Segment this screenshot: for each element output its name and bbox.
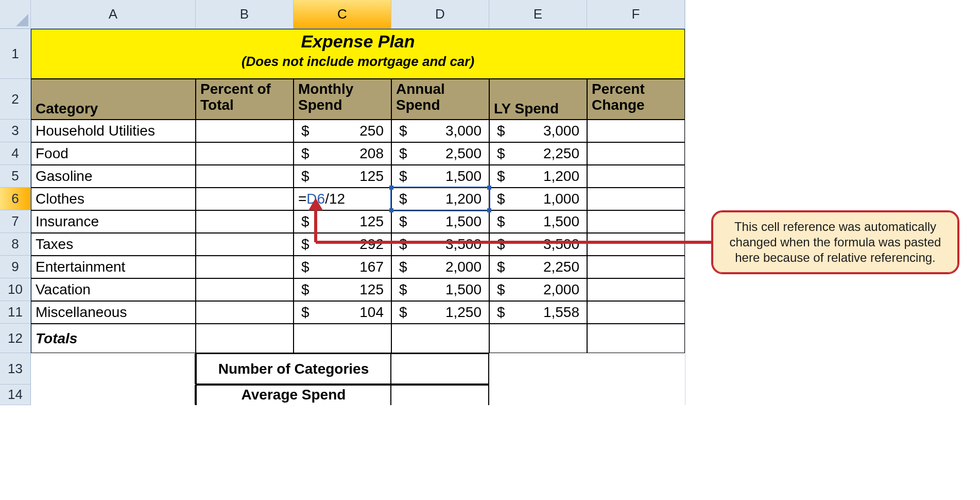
category-cell[interactable]: Taxes [31,233,196,256]
percent-total-cell[interactable] [196,278,294,301]
header-annual[interactable]: Annual Spend [391,79,489,120]
data-cell[interactable]: $1,500 [391,210,489,233]
title-cell[interactable]: Expense Plan (Does not include mortgage … [31,29,685,79]
data-cell[interactable]: $2,000 [391,256,489,278]
category-cell[interactable]: Insurance [31,210,196,233]
data-cell[interactable]: $1,200 [391,188,489,210]
data-cell[interactable]: $3,500 [391,233,489,256]
percent-total-cell[interactable] [196,301,294,324]
percent-change-cell[interactable] [587,165,685,188]
totals-cell[interactable] [489,324,587,353]
data-cell[interactable]: $3,000 [391,120,489,142]
col-header-E[interactable]: E [489,0,587,29]
row-header-10[interactable]: 10 [0,278,31,301]
data-cell[interactable]: $167 [294,256,391,278]
blank-cell[interactable] [31,353,196,385]
percent-total-cell[interactable] [196,256,294,278]
percent-change-cell[interactable] [587,278,685,301]
row-header-14[interactable]: 14 [0,385,31,405]
category-cell[interactable]: Food [31,142,196,165]
data-cell[interactable]: $1,250 [391,301,489,324]
data-cell[interactable]: $2,500 [391,142,489,165]
percent-total-cell[interactable] [196,233,294,256]
avg-spend-label[interactable]: Average Spend [196,385,391,405]
col-header-C[interactable]: C [294,0,391,29]
blank-cell[interactable] [489,385,587,405]
percent-change-cell[interactable] [587,142,685,165]
row-header-1[interactable]: 1 [0,29,31,79]
row-header-11[interactable]: 11 [0,301,31,324]
percent-total-cell[interactable] [196,188,294,210]
header-category[interactable]: Category [31,79,196,120]
percent-change-cell[interactable] [587,210,685,233]
header-percent-total[interactable]: Percent of Total [196,79,294,120]
num-categories-label[interactable]: Number of Categories [196,353,391,385]
blank-cell[interactable] [391,353,489,385]
data-cell[interactable]: $3,500 [489,233,587,256]
blank-cell[interactable] [31,385,196,405]
percent-total-cell[interactable] [196,165,294,188]
totals-cell[interactable] [587,324,685,353]
data-cell[interactable]: $3,000 [489,120,587,142]
percent-change-cell[interactable] [587,233,685,256]
data-cell[interactable]: $1,200 [489,165,587,188]
data-cell[interactable]: $125 [294,165,391,188]
data-cell[interactable]: $1,000 [489,188,587,210]
percent-total-cell[interactable] [196,210,294,233]
row-header-7[interactable]: 7 [0,210,31,233]
data-cell[interactable]: $208 [294,142,391,165]
percent-change-cell[interactable] [587,120,685,142]
data-cell[interactable]: $1,500 [391,278,489,301]
blank-cell[interactable] [587,385,685,405]
col-header-B[interactable]: B [196,0,294,29]
selection-handle[interactable] [487,208,491,212]
category-cell[interactable]: Miscellaneous [31,301,196,324]
select-all-corner[interactable] [0,0,31,29]
totals-cell[interactable] [196,324,294,353]
row-header-4[interactable]: 4 [0,142,31,165]
data-cell[interactable]: $2,250 [489,256,587,278]
row-header-2[interactable]: 2 [0,79,31,120]
col-header-D[interactable]: D [391,0,489,29]
row-header-9[interactable]: 9 [0,256,31,278]
percent-change-cell[interactable] [587,256,685,278]
row-header-6[interactable]: 6 [0,188,31,210]
percent-change-cell[interactable] [587,301,685,324]
data-cell[interactable]: $2,250 [489,142,587,165]
category-cell[interactable]: Vacation [31,278,196,301]
data-cell[interactable]: $1,500 [489,210,587,233]
data-cell[interactable]: $125 [294,210,391,233]
header-percent-change[interactable]: Percent Change [587,79,685,120]
header-monthly[interactable]: Monthly Spend [294,79,391,120]
blank-cell[interactable] [587,353,685,385]
percent-total-cell[interactable] [196,142,294,165]
category-cell[interactable]: Clothes [31,188,196,210]
data-cell[interactable]: $292 [294,233,391,256]
data-cell[interactable]: $1,558 [489,301,587,324]
data-cell[interactable]: $1,500 [391,165,489,188]
row-header-8[interactable]: 8 [0,233,31,256]
category-cell[interactable]: Household Utilities [31,120,196,142]
totals-cell[interactable] [391,324,489,353]
blank-cell[interactable] [391,385,489,405]
selection-handle[interactable] [389,186,393,190]
data-cell[interactable]: $2,000 [489,278,587,301]
blank-cell[interactable] [489,353,587,385]
row-header-12[interactable]: 12 [0,324,31,353]
row-header-13[interactable]: 13 [0,353,31,385]
data-cell[interactable]: $104 [294,301,391,324]
totals-label-cell[interactable]: Totals [31,324,196,353]
header-ly[interactable]: LY Spend [489,79,587,120]
category-cell[interactable]: Gasoline [31,165,196,188]
totals-cell[interactable] [294,324,391,353]
percent-total-cell[interactable] [196,120,294,142]
category-cell[interactable]: Entertainment [31,256,196,278]
data-cell[interactable]: $250 [294,120,391,142]
selection-handle[interactable] [487,186,491,190]
percent-change-cell[interactable] [587,188,685,210]
row-header-5[interactable]: 5 [0,165,31,188]
data-cell[interactable]: $125 [294,278,391,301]
row-header-3[interactable]: 3 [0,120,31,142]
selection-handle[interactable] [389,208,393,212]
col-header-A[interactable]: A [31,0,196,29]
